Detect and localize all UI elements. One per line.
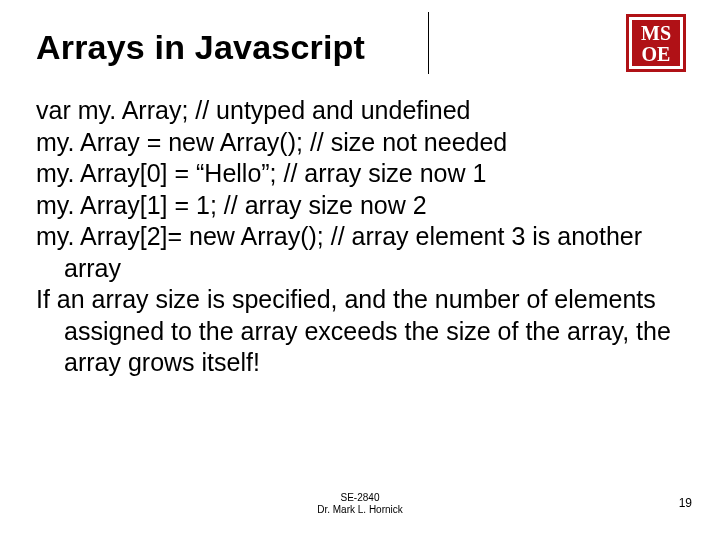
- slide-title: Arrays in Javascript: [36, 28, 684, 67]
- slide: MS OE Arrays in Javascript var my. Array…: [0, 0, 720, 540]
- msoe-logo: MS OE: [626, 14, 686, 72]
- logo-top-text: MS: [641, 22, 671, 44]
- code-line: my. Array[1] = 1; // array size now 2: [36, 190, 684, 222]
- slide-footer: SE-2840 Dr. Mark L. Hornick: [0, 492, 720, 516]
- code-line: var my. Array; // untyped and undefined: [36, 95, 684, 127]
- body-paragraph: If an array size is specified, and the n…: [36, 284, 684, 379]
- page-number: 19: [679, 496, 692, 510]
- code-line: my. Array[2]= new Array(); // array elem…: [36, 221, 684, 284]
- footer-course: SE-2840: [0, 492, 720, 504]
- title-divider: [428, 12, 429, 74]
- slide-body: var my. Array; // untyped and undefined …: [36, 95, 684, 379]
- code-line: my. Array = new Array(); // size not nee…: [36, 127, 684, 159]
- logo-bottom-text: OE: [642, 43, 671, 65]
- footer-author: Dr. Mark L. Hornick: [0, 504, 720, 516]
- code-line: my. Array[0] = “Hello”; // array size no…: [36, 158, 684, 190]
